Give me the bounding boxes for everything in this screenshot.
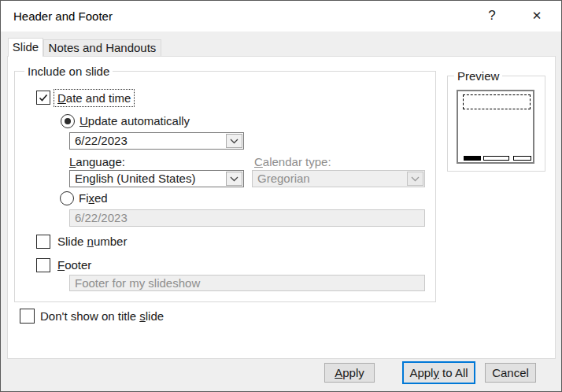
label-text: alendar type: [263, 155, 331, 168]
chevron-down-icon [411, 176, 420, 182]
fixed-date-value: 6/22/2023 [75, 211, 128, 224]
dialog-title: Header and Footer [13, 1, 113, 31]
date-and-time-checkbox[interactable] [36, 91, 50, 105]
dropdown-button [226, 134, 242, 148]
date-placeholder-bar [464, 156, 481, 161]
include-group-legend: Include on slide [24, 65, 113, 78]
label-accel: C [254, 155, 263, 168]
apply-button[interactable]: Apply [324, 363, 375, 383]
help-button[interactable]: ? [479, 3, 505, 28]
chevron-down-icon [230, 139, 238, 144]
label-text: ooter [65, 258, 91, 272]
label-accel: n [87, 235, 94, 248]
label-accel: F [57, 258, 65, 272]
checkmark-icon [38, 92, 49, 103]
label-text: pply [342, 366, 364, 379]
dont-show-on-title-slide-label[interactable]: Don't show on title slide [40, 309, 164, 324]
label-text: Slide [57, 235, 87, 248]
calendar-type-label: Calendar type: [254, 155, 331, 169]
tab-notes-label: Notes and Handouts [49, 41, 157, 54]
label-text: ed [94, 191, 108, 205]
label-accel: y [433, 366, 439, 379]
fixed-date-input: 6/22/2023 [69, 209, 425, 227]
title-placeholder-outline [463, 94, 531, 109]
slide-number-label[interactable]: Slide number [57, 235, 127, 249]
language-value: English (United States) [75, 172, 195, 185]
tab-notes-and-handouts[interactable]: Notes and Handouts [43, 39, 161, 56]
tab-slide[interactable]: Slide [8, 38, 43, 57]
language-combobox[interactable]: English (United States) [69, 170, 244, 187]
chevron-down-icon [230, 176, 238, 182]
label-accel: D [57, 91, 66, 105]
label-accel: x [89, 191, 95, 205]
close-icon: ✕ [532, 9, 542, 23]
label-text: anguage: [76, 155, 125, 168]
header-footer-dialog: Header and Footer ? ✕ Slide Notes and Ha… [0, 0, 562, 392]
language-label: Language: [69, 155, 125, 169]
footer-text-input: Footer for my slideshow [69, 275, 425, 291]
label-accel: s [139, 309, 146, 323]
label-text: ate and time [66, 91, 131, 105]
dropdown-button [407, 172, 423, 186]
calendar-type-combobox: Gregorian [252, 170, 425, 187]
dropdown-button [226, 172, 242, 186]
label-text: umber [94, 235, 128, 248]
cancel-button[interactable]: Cancel [485, 363, 536, 383]
apply-to-all-button[interactable]: Apply to All [402, 361, 475, 384]
slide-preview-thumbnail [457, 90, 534, 164]
label-text: Appl [409, 366, 433, 379]
label-accel: U [79, 114, 88, 128]
label-text: pdate automatically [88, 114, 190, 128]
dont-show-on-title-slide-checkbox[interactable] [20, 309, 35, 324]
label-text: lide [146, 309, 164, 323]
footer-placeholder-bar [483, 156, 509, 161]
footer-text-value: Footer for my slideshow [75, 276, 200, 290]
help-icon: ? [488, 8, 495, 24]
footer-checkbox[interactable] [36, 258, 50, 272]
apply-to-all-button-label: Apply to All [409, 366, 468, 379]
apply-button-label: Apply [335, 366, 364, 379]
cancel-button-label: Cancel [492, 366, 529, 379]
label-text: Fi [79, 191, 89, 205]
date-format-combobox[interactable]: 6/22/2023 [69, 132, 244, 150]
titlebar[interactable]: Header and Footer ? ✕ [1, 1, 561, 31]
date-format-value: 6/22/2023 [75, 134, 128, 147]
close-button[interactable]: ✕ [523, 3, 550, 28]
fixed-label[interactable]: Fixed [79, 191, 108, 205]
label-accel: A [335, 366, 342, 379]
calendar-type-value: Gregorian [257, 172, 310, 185]
slide-number-checkbox[interactable] [36, 235, 50, 249]
preview-group-legend: Preview [454, 69, 502, 83]
update-automatically-label[interactable]: Update automatically [79, 114, 190, 128]
tab-page-slide: Include on slide Date and time Update au… [7, 56, 556, 359]
date-and-time-label[interactable]: Date and time [54, 89, 135, 107]
label-text: Don't show on title [40, 309, 139, 323]
label-text: to All [439, 366, 468, 379]
radio-dot [65, 118, 71, 124]
tab-slide-label: Slide [13, 40, 39, 54]
slide-number-placeholder-bar [513, 156, 531, 161]
preview-group: Preview [447, 76, 545, 172]
footer-label[interactable]: Footer [57, 258, 91, 272]
fixed-radio[interactable] [60, 191, 74, 205]
update-automatically-radio[interactable] [61, 114, 75, 128]
